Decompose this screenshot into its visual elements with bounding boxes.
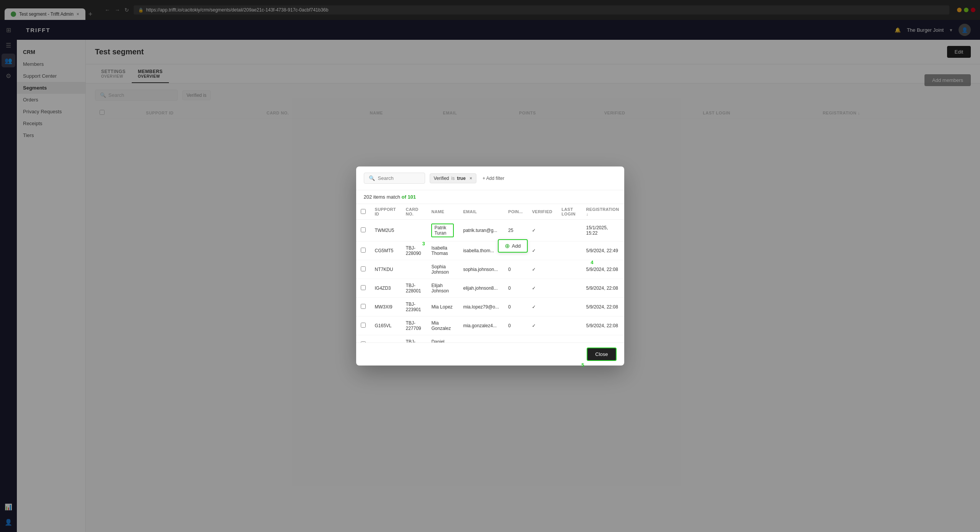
add-popup[interactable]: ⊕ Add: [498, 239, 528, 253]
modal-footer: 5 Close: [356, 343, 624, 366]
modal-col-email: EMAIL: [458, 204, 504, 220]
modal-search-input[interactable]: [378, 175, 420, 181]
row-checkbox[interactable]: [361, 266, 366, 271]
step5-label: 5: [581, 362, 584, 368]
close-button[interactable]: Close: [587, 348, 616, 361]
row-checkbox[interactable]: [361, 304, 366, 309]
modal-table-row[interactable]: NT7KDUSophia Johnsonsophia.johnson...0✓5…: [356, 260, 624, 279]
modal-table-row[interactable]: G165VLTBJ-227709Mia Gonzalezmia.gonzalez…: [356, 317, 624, 335]
step4-annotation: 4: [591, 259, 593, 265]
modal: 🔍 Verified is true × + Add filter: [356, 166, 624, 366]
step3-annotation: 3: [422, 241, 425, 246]
row-checkbox[interactable]: [361, 285, 366, 290]
modal-col-registration: REGISTRATION ↓: [582, 204, 624, 220]
row-checkbox[interactable]: [361, 227, 366, 232]
modal-top-bar: 🔍 Verified is true × + Add filter: [356, 166, 624, 190]
modal-filter-remove[interactable]: ×: [470, 176, 472, 181]
modal-table-row[interactable]: MW3XI9TBJ-223901Mia Lopezmia.lopez79@o..…: [356, 298, 624, 317]
modal-select-all[interactable]: [361, 209, 366, 214]
modal-col-points: POIN...: [504, 204, 527, 220]
modal-col-verified: VERIFIED: [527, 204, 557, 220]
modal-filter-label: Verified: [434, 176, 449, 181]
modal-table-row[interactable]: JEDV25TBJ-223378Daniel Rodriguezdaniel.r…: [356, 335, 624, 343]
modal-search-wrap[interactable]: 🔍: [364, 173, 425, 184]
modal-filter-operator: is: [452, 176, 455, 181]
modal-count: 202 items match of 101: [356, 190, 624, 204]
modal-table-row[interactable]: CG5MT5TBJ-228090Isabella Thomasisabella.…: [356, 242, 624, 260]
app-container: ⊞ ☰ 👥 ⚙ 📊 👤 TRIFFT 🔔 The Burger Joint ▾ …: [0, 20, 980, 532]
modal-table-row[interactable]: TWM2U5Patrik Turan3patrik.turan@g...25✓1…: [356, 220, 624, 242]
modal-col-card-no: CARD NO.: [401, 204, 427, 220]
modal-filter-chip: Verified is true ×: [430, 173, 476, 183]
add-popup-plus-icon: ⊕: [505, 242, 510, 250]
modal-count-text: 202 items match: [364, 194, 400, 200]
add-popup-label: Add: [512, 243, 521, 249]
modal-col-support-id: SUPPORT ID: [370, 204, 401, 220]
modal-filter-value: true: [457, 176, 466, 181]
modal-overlay: 🔍 Verified is true × + Add filter: [86, 40, 980, 532]
modal-table-row[interactable]: IG4ZD3TBJ-228001Elijah Johnsonelijah.joh…: [356, 279, 624, 298]
row-checkbox[interactable]: [361, 323, 366, 328]
modal-col-last-login: LAST LOGIN: [557, 204, 581, 220]
modal-table: SUPPORT ID CARD NO. NAME EMAIL POIN... V…: [356, 204, 624, 343]
modal-col-name: NAME: [427, 204, 458, 220]
modal-search-icon: 🔍: [369, 175, 375, 181]
modal-table-wrap: SUPPORT ID CARD NO. NAME EMAIL POIN... V…: [356, 204, 624, 343]
row-checkbox[interactable]: [361, 248, 366, 253]
add-filter-button[interactable]: + Add filter: [483, 176, 504, 181]
main-content: Test segment Edit SETTINGS OVERVIEW MEMB…: [86, 40, 980, 532]
highlighted-name: Patrik Turan: [431, 224, 454, 237]
modal-count-subset: of 101: [402, 194, 416, 200]
